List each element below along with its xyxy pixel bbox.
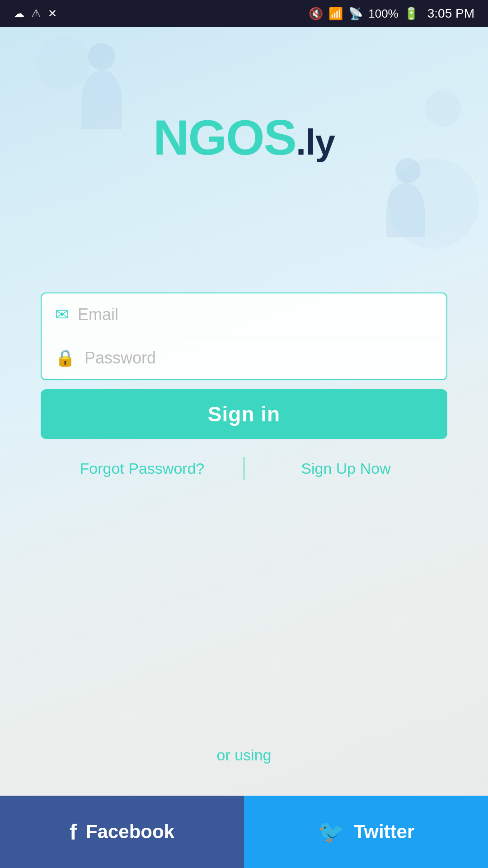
main-content: NGOS .ly ✉ 🔒 Sign in Forgot Password? Si… — [0, 27, 488, 868]
battery-percent: 100% — [368, 7, 399, 21]
time-display: 3:05 PM — [427, 6, 474, 21]
facebook-button[interactable]: f Facebook — [0, 796, 244, 868]
email-input[interactable] — [78, 305, 433, 324]
password-row: 🔒 — [42, 336, 446, 379]
lock-icon: 🔒 — [55, 349, 75, 368]
logo-container: NGOS .ly — [153, 108, 335, 166]
logo: NGOS .ly — [153, 108, 335, 166]
logo-ly: .ly — [296, 122, 335, 163]
status-icons-left: ☁ ⚠ ✕ — [14, 7, 57, 20]
cloud-icon: ☁ — [14, 7, 24, 20]
input-group: ✉ 🔒 — [41, 292, 447, 380]
facebook-label: Facebook — [86, 821, 174, 843]
wifi-icon: 📶 — [328, 7, 343, 21]
signup-link[interactable]: Sign Up Now — [244, 460, 447, 477]
logo-ngos: NGOS — [153, 108, 296, 166]
email-row: ✉ — [42, 293, 446, 336]
forgot-password-link[interactable]: Forgot Password? — [41, 460, 244, 477]
login-form: ✉ 🔒 Sign in Forgot Password? Sign Up Now — [41, 292, 447, 480]
facebook-icon: f — [70, 820, 77, 844]
status-bar: ☁ ⚠ ✕ 🔇 📶 📡 100% 🔋 3:05 PM — [0, 0, 488, 27]
battery-icon: 🔋 — [404, 7, 418, 21]
signin-button[interactable]: Sign in — [41, 389, 447, 439]
social-bar: f Facebook 🐦 Twitter — [0, 796, 488, 868]
warning-icon: ⚠ — [31, 7, 41, 20]
signal-icon: 📡 — [348, 7, 363, 21]
twitter-button[interactable]: 🐦 Twitter — [244, 796, 488, 868]
links-row: Forgot Password? Sign Up Now — [41, 457, 447, 480]
mute-icon: 🔇 — [309, 7, 323, 21]
status-right: 🔇 📶 📡 100% 🔋 3:05 PM — [309, 6, 474, 21]
twitter-label: Twitter — [354, 821, 415, 843]
email-icon: ✉ — [55, 305, 69, 324]
password-input[interactable] — [84, 349, 433, 368]
twitter-icon: 🐦 — [318, 819, 345, 844]
or-using-text: or using — [217, 746, 272, 764]
close-icon: ✕ — [48, 7, 57, 20]
